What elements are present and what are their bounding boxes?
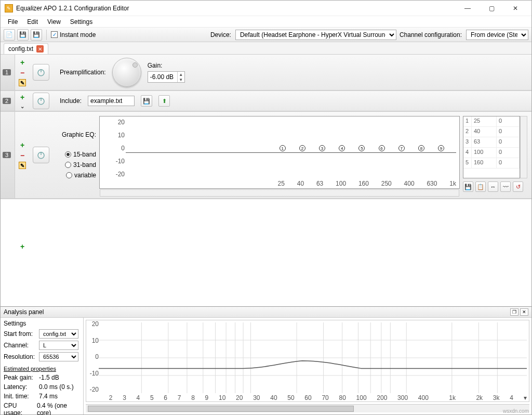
eq-point[interactable]: 5 [358,145,365,151]
eq-invert-button[interactable]: ↔ [488,181,498,192]
settings-header: Settings [4,320,80,327]
eq-hscrollbar[interactable] [100,189,459,197]
eq-point[interactable]: 7 [398,145,405,151]
save-file-button[interactable]: 💾 [31,29,42,41]
block-number: 3 [3,152,11,158]
expand-button[interactable]: ⌄ [18,103,26,109]
start-from-select[interactable]: config.txt [39,329,78,339]
eq-point[interactable]: 3 [319,145,325,151]
edit-block-button[interactable]: ✎ [19,79,26,86]
gain-input[interactable] [148,72,177,82]
file-tabstrip: config.txt ✕ [1,42,531,55]
eq-band-table[interactable]: 1250 2400 3630 41000 51600 [463,116,520,178]
block-gutter: 1 [1,55,15,90]
tab-config[interactable]: config.txt ✕ [4,43,48,54]
cpu-usage-label: CPU usage: [4,402,35,415]
tab-close-icon[interactable]: ✕ [36,45,44,53]
eq-point[interactable]: 9 [438,145,444,151]
open-file-button[interactable]: 💾 [17,29,29,41]
table-row: 1250 [463,116,520,127]
menu-file[interactable]: File [4,17,22,27]
power-icon [36,96,46,106]
power-toggle[interactable] [33,147,49,163]
device-label: Device: [210,31,231,38]
device-select[interactable]: Default (Headset Earphone - HyperX Virtu… [235,30,396,40]
open-included-button[interactable]: ⬆ [158,95,170,107]
mode-15band[interactable]: 15-band [65,151,96,158]
app-window: ✎ Equalizer APO 1.2.1 Configuration Edit… [0,0,532,415]
eq-plot[interactable]: 20100-10-20 1 2 3 4 5 6 7 8 9 [99,116,460,189]
spin-up-icon[interactable]: ▲ [178,72,184,77]
peak-gain-label: Peak gain: [4,374,37,381]
toolbar: 📄 💾 💾 ✓ Instant mode Device: Default (He… [1,28,531,42]
close-panel-button[interactable]: ✕ [520,308,528,316]
block-gutter: 3 [1,112,15,198]
table-vscrollbar[interactable] [520,116,527,178]
power-toggle[interactable] [33,64,49,81]
spin-down-icon[interactable]: ▼ [178,77,184,82]
eq-point[interactable]: 6 [379,145,385,151]
power-icon [36,150,46,160]
eq-normalize-button[interactable]: 〰 [500,181,511,192]
undock-button[interactable]: ❐ [510,308,518,316]
resolution-select[interactable]: 65536 [39,352,78,361]
est-props-header: Estimated properties [4,366,80,372]
app-icon: ✎ [5,4,13,12]
eq-point[interactable]: 4 [339,145,345,151]
resolution-label: Resolution: [4,353,37,360]
add-above-button[interactable]: + [18,93,26,101]
edit-block-button[interactable]: ✎ [19,162,26,169]
instant-mode-checkbox[interactable]: ✓ [51,31,58,38]
toolbar-separator [46,30,47,40]
gain-spinbox[interactable]: ▲▼ [148,71,185,83]
power-toggle[interactable] [33,93,49,109]
init-time-value: 7.4 ms [39,393,58,400]
new-file-button[interactable]: 📄 [4,29,15,41]
init-time-label: Init. time: [4,393,37,400]
include-file-input[interactable] [88,96,135,106]
remove-block-button[interactable]: − [18,151,26,160]
analysis-settings: Settings Start from:config.txt Channel:L… [1,318,84,414]
table-row: 51600 [463,158,520,168]
add-block-button[interactable]: + [18,242,26,251]
remove-block-button[interactable]: − [18,69,26,77]
mode-31band[interactable]: 31-band [65,161,96,168]
eq-y-axis: 20100-10-20 [113,119,125,178]
chan-config-label: Channel configuration: [400,31,462,38]
menu-edit[interactable]: Edit [23,17,42,27]
chan-config-select[interactable]: From device (Stereo) [466,30,528,40]
analysis-plot[interactable]: 20100-10-20 2345678910 2030405060 [86,320,529,402]
menu-view[interactable]: View [43,17,65,27]
start-from-label: Start from: [4,330,37,338]
eq-point[interactable]: 2 [299,145,305,151]
eq-save-button[interactable]: 💾 [463,181,473,192]
channel-select[interactable]: L [39,341,78,350]
window-title: Equalizer APO 1.2.1 Configuration Editor [16,5,456,12]
maximize-button[interactable]: ▢ [480,1,503,16]
block-preamp: 1 + − ✎ Preamplification: Gain: ▲▼ [1,55,531,91]
eq-reset-button[interactable]: ↺ [513,181,523,192]
graphic-eq-label: Graphic EQ: [62,131,96,138]
peak-gain-value: -1.5 dB [39,374,59,381]
eq-point[interactable]: 1 [280,145,286,151]
minimize-button[interactable]: — [456,1,480,16]
block-graphic-eq: 3 + − ✎ Graphic EQ: 15-band 31-band vari… [1,112,531,199]
preamp-label: Preamplification: [60,69,106,76]
browse-file-button[interactable]: 💾 [141,95,152,107]
close-button[interactable]: ✕ [503,1,527,16]
add-above-button[interactable]: + [18,58,26,67]
gain-knob[interactable] [112,58,141,87]
eq-copy-button[interactable]: 📋 [475,181,486,192]
menu-settings[interactable]: Settings [66,17,97,27]
analysis-hscrollbar[interactable] [86,404,529,412]
table-row: 2400 [463,127,520,137]
table-row: 3630 [463,137,520,148]
instant-mode-label: Instant mode [60,31,96,38]
block-include: 2 + ⌄ Include: 💾 ⬆ [1,91,531,112]
analysis-y-axis: 20100-10-20 [87,320,99,393]
block-number: 2 [3,98,11,104]
add-block-area: + [1,199,531,293]
mode-variable[interactable]: variable [66,172,96,179]
eq-point[interactable]: 8 [418,145,424,151]
add-above-button[interactable]: + [18,141,26,149]
